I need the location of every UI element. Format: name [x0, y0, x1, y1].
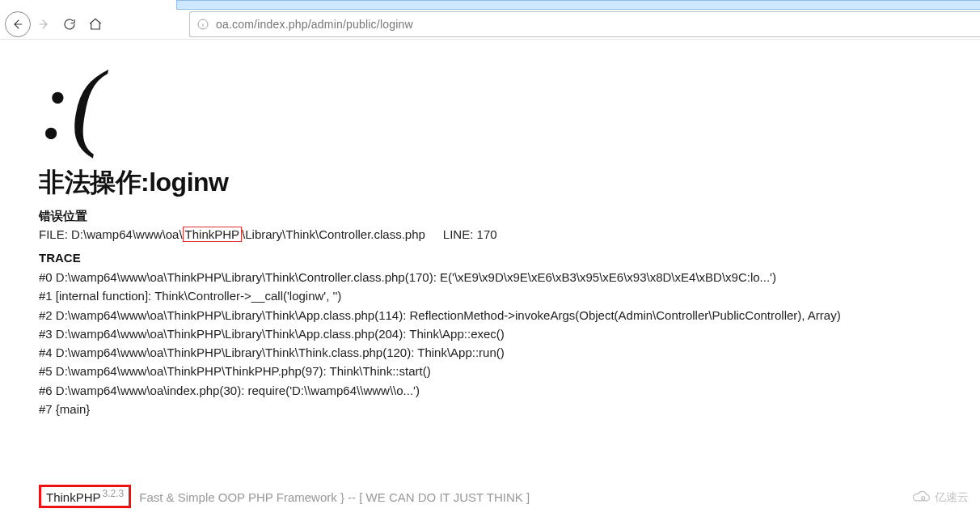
browser-toolbar: oa.com/index.php/admin/public/loginw	[0, 11, 980, 37]
trace-line: #7 {main}	[39, 400, 980, 418]
svg-point-1	[922, 497, 925, 500]
framework-version: 3.2.3	[103, 488, 125, 499]
trace-line: #2 D:\wamp64\www\oa\ThinkPHP\Library\Thi…	[39, 306, 980, 324]
file-suffix: \Library\Think\Controller.class.php	[242, 227, 425, 241]
framework-name: ThinkPHP	[46, 490, 101, 504]
site-info-icon[interactable]	[190, 18, 216, 31]
page-content: :( 非法操作:loginw 错误位置 FILE: D:\wamp64\www\…	[39, 49, 980, 418]
line-label: LINE: 170	[443, 227, 497, 241]
file-highlight: ThinkPHP	[183, 227, 243, 242]
address-bar[interactable]: oa.com/index.php/admin/public/loginw	[189, 11, 980, 37]
framework-version-badge: ThinkPHP3.2.3	[39, 485, 131, 508]
toolbar-divider	[0, 39, 980, 40]
back-button[interactable]	[5, 11, 31, 37]
trace-line: #1 [internal function]: Think\Controller…	[39, 286, 980, 305]
framework-tagline: Fast & Simple OOP PHP Framework } -- [ W…	[139, 490, 530, 504]
error-emoticon: :(	[39, 57, 980, 154]
reload-button[interactable]	[57, 11, 82, 37]
watermark-text: 亿速云	[935, 490, 969, 505]
trace-line: #0 D:\wamp64\www\oa\ThinkPHP\Library\Thi…	[39, 268, 980, 286]
cloud-icon	[910, 490, 931, 505]
trace-line: #6 D:\wamp64\www\oa\index.php(30): requi…	[39, 381, 980, 400]
tab-highlight-bar	[176, 0, 980, 10]
trace-block: #0 D:\wamp64\www\oa\ThinkPHP\Library\Thi…	[39, 268, 980, 418]
trace-line: #3 D:\wamp64\www\oa\ThinkPHP\Library\Thi…	[39, 324, 980, 343]
forward-button[interactable]	[31, 11, 57, 37]
error-location-label: 错误位置	[39, 209, 980, 224]
watermark: 亿速云	[910, 490, 969, 505]
url-text: oa.com/index.php/admin/public/loginw	[216, 18, 413, 31]
trace-line: #5 D:\wamp64\www\oa\ThinkPHP\ThinkPHP.ph…	[39, 362, 980, 380]
home-button[interactable]	[82, 11, 108, 37]
error-file-line: FILE: D:\wamp64\www\oa\ThinkPHP\Library\…	[39, 227, 980, 241]
trace-line: #4 D:\wamp64\www\oa\ThinkPHP\Library\Thi…	[39, 343, 980, 362]
trace-label: TRACE	[39, 251, 980, 265]
file-prefix: FILE: D:\wamp64\www\oa\	[39, 227, 183, 241]
error-headline: 非法操作:loginw	[39, 165, 980, 201]
framework-footer: ThinkPHP3.2.3 Fast & Simple OOP PHP Fram…	[39, 485, 530, 508]
